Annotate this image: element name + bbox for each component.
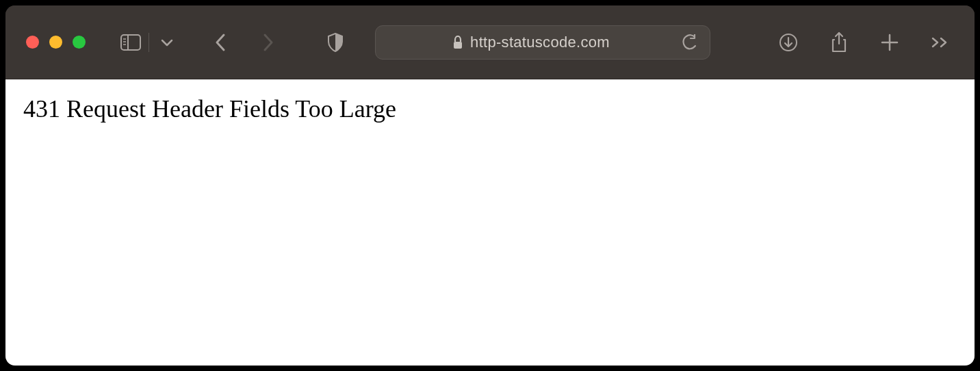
window-controls — [26, 36, 86, 49]
chevron-right-icon — [262, 32, 274, 53]
sidebar-icon — [120, 34, 141, 51]
overflow-menu-button[interactable] — [927, 29, 954, 56]
shield-icon — [327, 33, 344, 52]
downloads-button[interactable] — [775, 29, 802, 56]
chevrons-right-icon — [931, 36, 950, 49]
share-button[interactable] — [825, 29, 853, 56]
back-button[interactable] — [207, 29, 234, 56]
privacy-report-button[interactable] — [322, 29, 349, 56]
url-text: http-statuscode.com — [470, 34, 610, 51]
lock-icon — [452, 36, 463, 49]
new-tab-button[interactable] — [876, 29, 903, 56]
svg-rect-0 — [121, 35, 140, 50]
page-content: 431 Request Header Fields Too Large — [5, 79, 975, 366]
address-bar[interactable]: http-statuscode.com — [375, 25, 710, 60]
address-content: http-statuscode.com — [388, 34, 674, 51]
reload-icon — [682, 34, 697, 51]
plus-icon — [881, 34, 899, 51]
browser-toolbar: http-statuscode.com — [5, 5, 975, 79]
browser-window: http-statuscode.com — [5, 5, 975, 366]
chevron-left-icon — [214, 32, 227, 53]
forward-button[interactable] — [255, 29, 282, 56]
toolbar-divider — [149, 33, 149, 52]
toolbar-actions-right — [775, 29, 954, 56]
share-icon — [831, 31, 847, 53]
maximize-window-button[interactable] — [73, 36, 86, 49]
minimize-window-button[interactable] — [49, 36, 62, 49]
page-body-text: 431 Request Header Fields Too Large — [23, 94, 957, 123]
download-icon — [779, 33, 798, 52]
tab-group-dropdown-button[interactable] — [153, 29, 181, 56]
reload-button[interactable] — [682, 34, 697, 51]
sidebar-controls — [117, 29, 181, 56]
navigation-controls — [207, 29, 282, 56]
sidebar-toggle-button[interactable] — [117, 29, 144, 56]
close-window-button[interactable] — [26, 36, 39, 49]
chevron-down-icon — [161, 38, 173, 47]
svg-rect-5 — [454, 42, 462, 49]
